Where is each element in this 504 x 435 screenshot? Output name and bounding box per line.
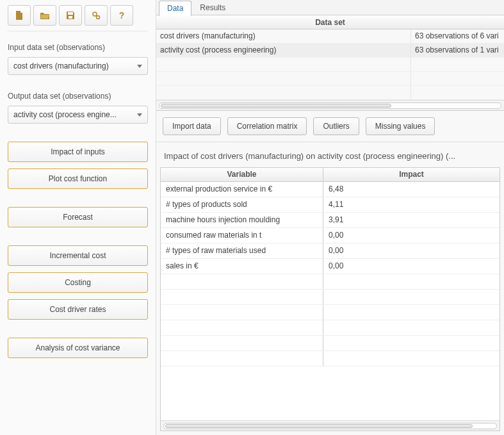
dataset-obs: 63 observations of 6 vari — [411, 29, 504, 43]
input-dataset-label: Input data set (observations) — [8, 43, 148, 52]
save-button[interactable] — [59, 5, 82, 26]
tab-data[interactable]: Data — [159, 1, 191, 16]
tab-bar: Data Results — [156, 0, 504, 15]
input-dataset-value: cost drivers (manufacturing) — [13, 62, 109, 70]
chevron-down-icon — [137, 113, 142, 117]
output-dataset-value: activity cost (process engine... — [13, 110, 117, 119]
table-row[interactable]: sales in €0,00 — [161, 259, 500, 274]
table-row[interactable]: external production service in €6,48 — [161, 182, 500, 197]
scrollbar-track — [163, 423, 497, 429]
dataset-obs: 63 observations of 1 vari — [411, 44, 504, 57]
outliers-button[interactable]: Outliers — [313, 117, 359, 135]
toolbar: ? — [8, 0, 148, 31]
new-file-icon — [14, 10, 24, 21]
table-row[interactable]: machine hours injection moulding3,91 — [161, 213, 500, 228]
open-file-button[interactable] — [33, 5, 56, 26]
open-folder-icon — [40, 10, 50, 21]
incremental-cost-button[interactable]: Incremental cost — [8, 245, 148, 266]
table-row[interactable]: cost drivers (manufacturing) 63 observat… — [156, 29, 504, 44]
sidebar: ? Input data set (observations) cost dri… — [0, 0, 156, 435]
dataset-name: cost drivers (manufacturing) — [156, 29, 411, 43]
table-row — [161, 274, 500, 290]
table-row[interactable]: # types of products sold4,11 — [161, 197, 500, 213]
table-row[interactable]: # types of raw materials used0,00 — [161, 243, 500, 259]
table-row — [161, 320, 500, 336]
import-data-button[interactable]: Import data — [163, 117, 221, 135]
chevron-down-icon — [137, 65, 142, 68]
svg-rect-1 — [69, 16, 72, 19]
svg-point-2 — [93, 12, 97, 16]
scrollbar-track — [159, 103, 501, 109]
table-row — [156, 72, 504, 86]
column-header-variable[interactable]: Variable — [161, 168, 323, 181]
gears-icon — [91, 10, 101, 21]
table-row — [156, 86, 504, 100]
horizontal-scrollbar[interactable] — [156, 100, 504, 110]
settings-button[interactable] — [85, 5, 108, 26]
table-row — [156, 58, 504, 72]
table-row[interactable]: activity cost (process engineering) 63 o… — [156, 44, 504, 58]
save-icon — [65, 10, 76, 21]
table-row — [161, 336, 500, 351]
datasets-header: Data set — [156, 15, 504, 29]
svg-rect-0 — [68, 12, 73, 15]
impact-table-header: Variable Impact — [161, 168, 500, 182]
impact-table-body: external production service in €6,48 # t… — [161, 182, 500, 420]
plot-cost-function-button[interactable]: Plot cost function — [8, 168, 148, 189]
data-actions: Import data Correlation matrix Outliers … — [156, 111, 504, 142]
table-row — [161, 290, 500, 305]
help-button[interactable]: ? — [110, 5, 133, 26]
cost-driver-rates-button[interactable]: Cost driver rates — [8, 299, 148, 320]
input-dataset-dropdown[interactable]: cost drivers (manufacturing) — [8, 57, 148, 75]
costing-button[interactable]: Costing — [8, 272, 148, 293]
tab-results[interactable]: Results — [191, 0, 234, 15]
impact-table: Variable Impact external production serv… — [160, 167, 500, 431]
output-dataset-dropdown[interactable]: activity cost (process engine... — [8, 106, 148, 124]
scrollbar-thumb[interactable] — [161, 104, 391, 108]
missing-values-button[interactable]: Missing values — [366, 117, 435, 135]
main-panel: Data Results Data set cost drivers (manu… — [156, 0, 504, 435]
scrollbar-thumb[interactable] — [165, 424, 473, 428]
table-row — [161, 305, 500, 320]
output-dataset-label: Output data set (observations) — [8, 92, 148, 101]
datasets-table: Data set cost drivers (manufacturing) 63… — [156, 15, 504, 111]
table-row — [161, 351, 500, 366]
horizontal-scrollbar[interactable] — [161, 420, 500, 431]
impact-title: Impact of cost drivers (manufacturing) o… — [156, 142, 504, 167]
forecast-button[interactable]: Forecast — [8, 207, 148, 227]
impact-of-inputs-button[interactable]: Impact of inputs — [8, 142, 148, 162]
dataset-name: activity cost (process engineering) — [156, 44, 411, 57]
variance-analysis-button[interactable]: Analysis of cost variance — [8, 338, 148, 358]
help-icon: ? — [119, 10, 125, 21]
column-header-impact[interactable]: Impact — [323, 168, 500, 181]
new-file-button[interactable] — [8, 5, 31, 26]
svg-point-3 — [97, 16, 100, 19]
correlation-matrix-button[interactable]: Correlation matrix — [227, 117, 307, 135]
table-row[interactable]: consumed raw materials in t0,00 — [161, 228, 500, 243]
